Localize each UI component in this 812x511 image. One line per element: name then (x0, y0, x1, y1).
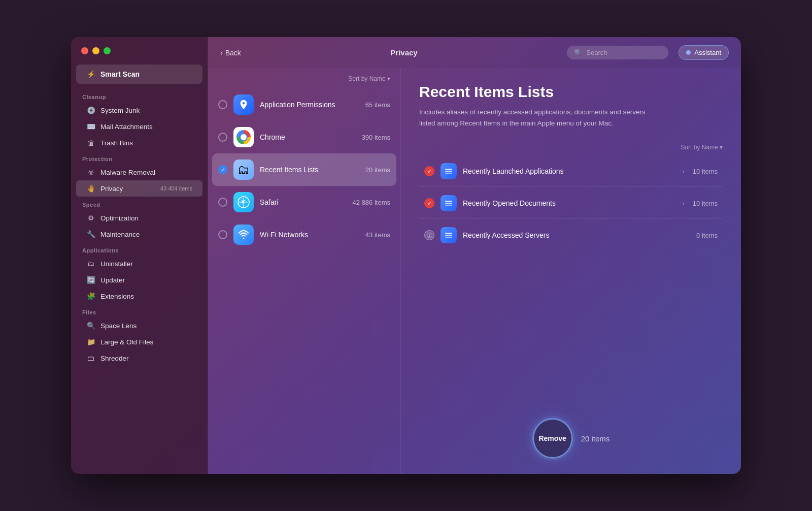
disc-icon: 💿 (86, 106, 95, 115)
remove-items-count: 20 items (581, 434, 610, 443)
recent-items-radio[interactable] (218, 165, 227, 174)
sidebar-item-privacy[interactable]: 🤚 Privacy 43 404 items (76, 180, 202, 197)
mail-icon: ✉️ (86, 122, 95, 131)
shredder-label: Shredder (100, 355, 129, 362)
safari-radio[interactable] (218, 198, 227, 207)
uninstaller-label: Uninstaller (100, 260, 133, 268)
sidebar-item-mail-attachments[interactable]: ✉️ Mail Attachments (76, 118, 202, 135)
svg-point-4 (243, 238, 245, 239)
recently-launched-chevron-icon: › (682, 167, 685, 175)
list-panel: Sort by Name ▾ Application Permissions 6… (208, 68, 401, 474)
safari-count: 42 886 items (353, 199, 390, 206)
sidebar-item-system-junk[interactable]: 💿 System Junk (76, 102, 202, 118)
app-permissions-name: Application Permissions (260, 101, 359, 109)
list-sort-label[interactable]: Sort by Name ▾ (348, 75, 390, 82)
traffic-lights (71, 47, 208, 65)
bug-icon: ☣ (86, 168, 95, 177)
sidebar-item-malware-removal[interactable]: ☣ Malware Removal (76, 164, 202, 180)
page-title: Privacy (251, 48, 557, 57)
detail-sort-bar: Sort by Name ▾ (419, 144, 723, 151)
sidebar-item-large-old-files[interactable]: 📁 Large & Old Files (76, 334, 202, 350)
recently-opened-checkbox[interactable] (424, 198, 434, 208)
sub-item-recently-accessed[interactable]: ⓘ Recently Accessed Servers 0 items (419, 220, 723, 250)
optimization-label: Optimization (100, 214, 139, 222)
sub-items-list: Recently Launched Applications › 10 item… (419, 156, 723, 250)
recently-launched-name: Recently Launched Applications (463, 167, 676, 175)
space-lens-label: Space Lens (100, 322, 137, 330)
sidebar: ⚡ Smart Scan Cleanup 💿 System Junk ✉️ Ma… (71, 37, 208, 474)
back-label: Back (225, 49, 241, 57)
recently-launched-icon (441, 163, 457, 179)
close-button[interactable] (81, 47, 88, 54)
recently-opened-icon (441, 195, 457, 211)
chrome-radio[interactable] (218, 133, 227, 142)
minimize-button[interactable] (92, 47, 99, 54)
recently-accessed-name: Recently Accessed Servers (463, 231, 690, 239)
main-content: ‹ Back Privacy 🔍 Assistant Sort by Name … (208, 37, 741, 474)
chrome-icon (233, 127, 254, 147)
search-bar[interactable]: 🔍 (567, 46, 668, 59)
recent-items-icon: 🗂 (233, 159, 254, 180)
sub-item-recently-opened[interactable]: Recently Opened Documents › 10 items (419, 188, 723, 219)
recently-launched-checkbox[interactable] (424, 166, 434, 176)
sidebar-item-space-lens[interactable]: 🔍 Space Lens (76, 317, 202, 334)
wifi-count: 43 items (365, 231, 390, 239)
list-sort-bar: Sort by Name ▾ (208, 73, 400, 88)
recently-launched-count: 10 items (693, 168, 718, 175)
recently-accessed-count: 0 items (696, 232, 718, 239)
app-permissions-radio[interactable] (218, 100, 227, 109)
section-label-applications: Applications (71, 242, 208, 256)
uninstall-icon: 🗂 (86, 259, 95, 268)
lens-icon: 🔍 (86, 321, 95, 330)
wrench-icon: 🔧 (86, 230, 95, 239)
list-item-app-permissions[interactable]: Application Permissions 65 items (208, 88, 400, 121)
privacy-label: Privacy (100, 185, 123, 193)
sidebar-item-uninstaller[interactable]: 🗂 Uninstaller (76, 256, 202, 272)
back-button[interactable]: ‹ Back (220, 49, 241, 57)
chrome-name: Chrome (260, 133, 356, 141)
privacy-badge: 43 404 items (160, 185, 192, 191)
sub-item-recently-launched[interactable]: Recently Launched Applications › 10 item… (419, 156, 723, 187)
list-item-wifi[interactable]: Wi-Fi Networks 43 items (208, 218, 400, 251)
search-input[interactable] (586, 49, 657, 56)
maximize-button[interactable] (104, 47, 111, 54)
recently-accessed-checkbox[interactable]: ⓘ (424, 230, 434, 240)
detail-description: Includes aliases of recently accessed ap… (419, 107, 663, 129)
section-label-speed: Speed (71, 197, 208, 210)
section-label-cleanup: Cleanup (71, 89, 208, 102)
sidebar-item-updater[interactable]: 🔄 Updater (76, 272, 202, 288)
assistant-button[interactable]: Assistant (679, 45, 729, 60)
wifi-icon (233, 225, 254, 245)
wifi-radio[interactable] (218, 230, 227, 239)
chrome-count: 390 items (362, 134, 390, 141)
list-item-chrome[interactable]: Chrome 390 items (208, 121, 400, 153)
app-permissions-icon (233, 94, 254, 115)
folder-icon: 📁 (86, 337, 95, 346)
maintenance-label: Maintenance (100, 231, 140, 238)
smart-scan-label: Smart Scan (100, 70, 140, 78)
smart-scan-icon: ⚡ (86, 70, 95, 79)
list-item-recent-items[interactable]: 🗂 Recent Items Lists 20 items (212, 153, 396, 186)
sidebar-item-smart-scan[interactable]: ⚡ Smart Scan (76, 65, 202, 84)
updater-label: Updater (100, 276, 125, 284)
sidebar-item-trash-bins[interactable]: 🗑 Trash Bins (76, 135, 202, 151)
safari-icon (233, 192, 254, 212)
shredder-icon: 🗃 (86, 354, 95, 363)
recently-opened-name: Recently Opened Documents (463, 199, 676, 207)
hand-icon: 🤚 (86, 184, 95, 193)
sidebar-item-extensions[interactable]: 🧩 Extensions (76, 288, 202, 304)
search-icon: 🔍 (574, 49, 582, 56)
main-window: ⚡ Smart Scan Cleanup 💿 System Junk ✉️ Ma… (71, 37, 741, 474)
remove-button[interactable]: Remove (532, 418, 573, 459)
sidebar-item-maintenance[interactable]: 🔧 Maintenance (76, 226, 202, 242)
back-chevron-icon: ‹ (220, 49, 223, 57)
list-item-safari[interactable]: Safari 42 886 items (208, 186, 400, 218)
sidebar-item-shredder[interactable]: 🗃 Shredder (76, 350, 202, 366)
remove-area: Remove 20 items (419, 403, 723, 459)
section-label-files: Files (71, 304, 208, 317)
detail-sort-label[interactable]: Sort by Name ▾ (681, 144, 723, 151)
trash-bins-label: Trash Bins (100, 139, 133, 147)
assistant-label: Assistant (694, 49, 721, 56)
sidebar-item-optimization[interactable]: ⚙ Optimization (76, 210, 202, 226)
system-junk-label: System Junk (100, 107, 140, 114)
